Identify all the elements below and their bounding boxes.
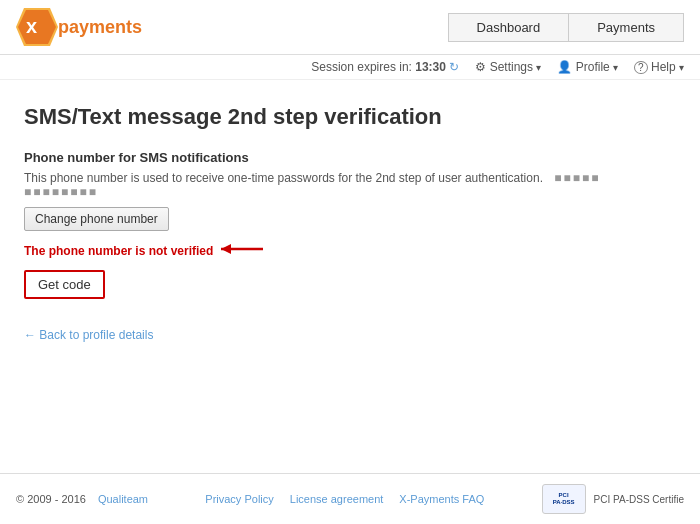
- nav-tabs: Dashboard Payments: [448, 13, 684, 42]
- logo-text: payments: [58, 17, 142, 38]
- page-title: SMS/Text message 2nd step verification: [24, 104, 676, 130]
- arrow-icon: [221, 241, 271, 260]
- nav-tab-dashboard[interactable]: Dashboard: [448, 13, 569, 42]
- footer-right: PCIPA·DSS PCI PA-DSS Certifie: [542, 484, 684, 514]
- help-icon: ?: [634, 61, 648, 74]
- get-code-button[interactable]: Get code: [24, 270, 105, 299]
- settings-icon: ⚙: [475, 60, 486, 74]
- svg-marker-4: [221, 244, 231, 254]
- change-phone-button[interactable]: Change phone number: [24, 207, 169, 231]
- profile-chevron: ▾: [613, 62, 618, 73]
- session-time: 13:30: [415, 60, 446, 74]
- nav-tab-payments[interactable]: Payments: [568, 13, 684, 42]
- logo: x payments: [16, 8, 142, 46]
- faq-link[interactable]: X-Payments FAQ: [399, 493, 484, 505]
- footer: © 2009 - 2016 Qualiteam Privacy Policy L…: [0, 473, 700, 524]
- footer-left: © 2009 - 2016 Qualiteam: [16, 493, 148, 505]
- help-link[interactable]: ? Help ▾: [634, 60, 684, 74]
- pci-text: PCI PA-DSS Certifie: [594, 494, 684, 505]
- refresh-icon[interactable]: ↻: [449, 60, 459, 74]
- copyright-text: © 2009 - 2016: [16, 493, 86, 505]
- logo-icon: x: [16, 8, 58, 46]
- privacy-policy-link[interactable]: Privacy Policy: [205, 493, 273, 505]
- header: x payments Dashboard Payments: [0, 0, 700, 55]
- not-verified-status: The phone number is not verified: [24, 241, 676, 260]
- main-content: SMS/Text message 2nd step verification P…: [0, 80, 700, 358]
- license-agreement-link[interactable]: License agreement: [290, 493, 384, 505]
- session-bar: Session expires in: 13:30 ↻ ⚙ Settings ▾…: [0, 55, 700, 80]
- profile-icon: 👤: [557, 60, 572, 74]
- back-to-profile-link[interactable]: ← Back to profile details: [24, 328, 153, 342]
- settings-chevron: ▾: [536, 62, 541, 73]
- qualiteam-link[interactable]: Qualiteam: [98, 493, 148, 505]
- footer-links: Privacy Policy License agreement X-Payme…: [205, 493, 484, 505]
- settings-link[interactable]: ⚙ Settings ▾: [475, 60, 541, 74]
- pci-badge: PCIPA·DSS: [542, 484, 586, 514]
- profile-link[interactable]: 👤 Profile ▾: [557, 60, 618, 74]
- phone-row: Change phone number: [24, 207, 676, 231]
- svg-text:x: x: [26, 15, 37, 37]
- help-chevron: ▾: [679, 62, 684, 73]
- section-title: Phone number for SMS notifications: [24, 150, 676, 165]
- description-text: This phone number is used to receive one…: [24, 171, 676, 199]
- session-label: Session expires in: 13:30 ↻: [311, 60, 459, 74]
